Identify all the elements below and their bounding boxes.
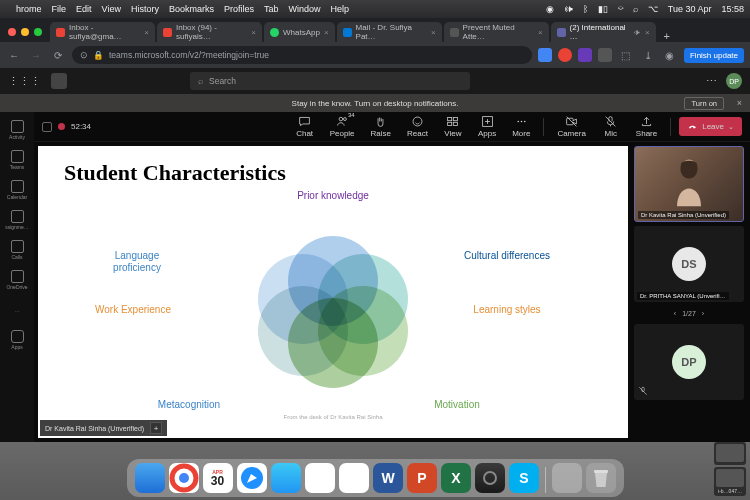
downloads-stack-icon[interactable]	[552, 463, 582, 493]
turn-on-button[interactable]: Turn on	[684, 97, 724, 110]
close-window-button[interactable]	[8, 28, 16, 36]
browser-tab-active[interactable]: (2) International …🕩×	[551, 22, 656, 42]
app-launcher-icon[interactable]: ⋮⋮⋮	[8, 75, 41, 88]
menu-profiles[interactable]: Profiles	[224, 4, 254, 14]
user-avatar[interactable]: DP	[726, 73, 742, 89]
reload-button[interactable]: ⟳	[50, 47, 66, 63]
raise-hand-button[interactable]: Raise	[366, 115, 396, 138]
finish-update-button[interactable]: Finish update	[684, 48, 744, 63]
browser-tab[interactable]: WhatsApp×	[264, 22, 335, 42]
menu-file[interactable]: File	[52, 4, 67, 14]
rail-activity[interactable]: Activity	[2, 116, 32, 144]
fullscreen-window-button[interactable]	[34, 28, 42, 36]
skype-icon[interactable]: S	[509, 463, 539, 493]
browser-tab[interactable]: Prevent Muted Atte…×	[444, 22, 549, 42]
excel-icon[interactable]: X	[441, 463, 471, 493]
menu-history[interactable]: History	[131, 4, 159, 14]
menubar-date[interactable]: Tue 30 Apr	[668, 4, 712, 14]
close-tab-icon[interactable]: ×	[538, 28, 543, 37]
mic-button[interactable]: Mic	[597, 115, 625, 138]
forward-button[interactable]: →	[28, 47, 44, 63]
address-bar[interactable]: ⊙ 🔒 teams.microsoft.com/v2/?meetingjoin=…	[72, 46, 532, 64]
desktop-file[interactable]: i-b…047…	[714, 467, 746, 496]
camera-button[interactable]: Camera	[552, 115, 590, 138]
battery-icon[interactable]: ▮▯	[598, 4, 608, 14]
menu-window[interactable]: Window	[288, 4, 320, 14]
zoom-icon[interactable]	[339, 463, 369, 493]
add-participant-button[interactable]: +	[150, 422, 162, 434]
rail-teams[interactable]: Teams	[2, 146, 32, 174]
powerpoint-icon[interactable]: P	[407, 463, 437, 493]
browser-tab[interactable]: Mail - Dr. Sufiya Pat…×	[337, 22, 442, 42]
rail-onedrive[interactable]: OneDrive	[2, 266, 32, 294]
minimize-window-button[interactable]	[21, 28, 29, 36]
menu-bookmarks[interactable]: Bookmarks	[169, 4, 214, 14]
bluetooth-icon[interactable]: ᛒ	[583, 4, 588, 14]
close-tab-icon[interactable]: ×	[431, 28, 436, 37]
downloads-button[interactable]: ⤓	[640, 47, 656, 63]
settings-icon[interactable]	[475, 463, 505, 493]
rail-apps[interactable]: Apps	[2, 326, 32, 354]
extensions-button[interactable]: ⬚	[618, 47, 634, 63]
close-tab-icon[interactable]: ×	[144, 28, 149, 37]
people-icon: 34	[336, 115, 349, 128]
participant-tile[interactable]: DP	[634, 324, 744, 400]
site-info-icon[interactable]: ⊙	[80, 50, 88, 60]
menu-edit[interactable]: Edit	[76, 4, 92, 14]
calendar-icon[interactable]: APR30	[203, 463, 233, 493]
word-icon[interactable]: W	[373, 463, 403, 493]
control-center-icon[interactable]: ⌥	[648, 4, 658, 14]
camera-status-icon[interactable]: ◉	[546, 4, 554, 14]
apps-button[interactable]: Apps	[473, 115, 501, 138]
prev-page-icon[interactable]: ‹	[674, 310, 676, 317]
mail-icon[interactable]	[271, 463, 301, 493]
trash-icon[interactable]	[586, 463, 616, 493]
rail-calendar[interactable]: Calendar	[2, 176, 32, 204]
extension-icon[interactable]	[578, 48, 592, 62]
react-button[interactable]: React	[402, 115, 433, 138]
participant-tile-speaker[interactable]: Dr Kavita Rai Sinha (Unverified)	[634, 146, 744, 222]
browser-tab[interactable]: Inbox - sufiya@gma…×	[50, 22, 155, 42]
chat-button[interactable]: Chat	[291, 115, 319, 138]
rail-more[interactable]: …	[2, 296, 32, 324]
extension-icon[interactable]	[598, 48, 612, 62]
finder-icon[interactable]	[135, 463, 165, 493]
volume-icon[interactable]: 🕪	[564, 4, 573, 14]
menu-view[interactable]: View	[102, 4, 121, 14]
audio-icon[interactable]: 🕩	[633, 28, 641, 37]
view-button[interactable]: View	[439, 115, 467, 138]
chevron-down-icon[interactable]: ⌄	[728, 123, 734, 131]
extension-icon[interactable]	[558, 48, 572, 62]
encryption-icon[interactable]	[42, 122, 52, 132]
desktop-file[interactable]	[714, 442, 746, 465]
people-button[interactable]: 34People	[325, 115, 360, 138]
browser-tab[interactable]: Inbox (94) - sufiyais…×	[157, 22, 262, 42]
app-name[interactable]: hrome	[16, 4, 42, 14]
spotlight-icon[interactable]: ⌕	[633, 4, 638, 14]
next-page-icon[interactable]: ›	[702, 310, 704, 317]
menu-tab[interactable]: Tab	[264, 4, 279, 14]
close-tab-icon[interactable]: ×	[645, 28, 650, 37]
menu-help[interactable]: Help	[330, 4, 349, 14]
close-tab-icon[interactable]: ×	[251, 28, 256, 37]
wifi-icon[interactable]: ⌔	[618, 4, 623, 14]
new-tab-button[interactable]: +	[658, 30, 676, 42]
more-options-icon[interactable]: ⋯	[706, 75, 718, 88]
back-button[interactable]: ←	[6, 47, 22, 63]
profile-button[interactable]: ◉	[662, 47, 678, 63]
close-tab-icon[interactable]: ×	[324, 28, 329, 37]
rail-assignments[interactable]: ssignme…	[2, 206, 32, 234]
chrome-icon[interactable]	[169, 463, 199, 493]
rail-calls[interactable]: Calls	[2, 236, 32, 264]
more-button[interactable]: More	[507, 115, 535, 138]
menubar-time[interactable]: 15:58	[721, 4, 744, 14]
dismiss-notification-icon[interactable]: ×	[737, 98, 742, 108]
teams-logo-icon[interactable]	[51, 73, 67, 89]
share-button[interactable]: Share	[631, 115, 662, 138]
teams-search-input[interactable]: ⌕ Search	[190, 72, 470, 90]
safari-icon[interactable]	[237, 463, 267, 493]
extension-icon[interactable]	[538, 48, 552, 62]
participant-tile[interactable]: DS Dr. PRITHA SANYAL (Unverifi…	[634, 226, 744, 302]
leave-button[interactable]: Leave ⌄	[679, 117, 742, 136]
photos-icon[interactable]	[305, 463, 335, 493]
